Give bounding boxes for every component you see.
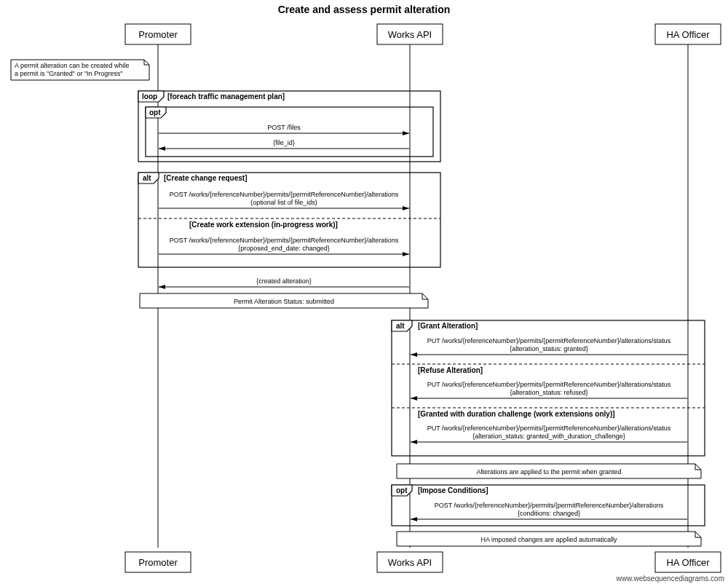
svg-text:{alteration_status: granted}: {alteration_status: granted} xyxy=(510,345,588,352)
svg-text:{created alteration}: {created alteration} xyxy=(256,277,312,285)
svg-text:HA Officer: HA Officer xyxy=(666,29,710,40)
actor-worksapi-top: Works API xyxy=(377,24,443,44)
alt-guard-refuse: [Refuse Alteration] xyxy=(418,366,483,374)
svg-text:POST /works/{referenceNumber}/: POST /works/{referenceNumber}/permits/{p… xyxy=(435,502,664,509)
svg-text:HA Officer: HA Officer xyxy=(666,557,710,568)
svg-text:Permit Alteration Status: subm: Permit Alteration Status: submitted xyxy=(234,298,334,305)
svg-text:Promoter: Promoter xyxy=(138,557,178,568)
svg-rect-11 xyxy=(146,107,433,157)
svg-text:a permit is "Granted" or "In P: a permit is "Granted" or "In Progress" xyxy=(15,70,122,77)
svg-text:PUT /works/{referenceNumber}/p: PUT /works/{referenceNumber}/permits/{pe… xyxy=(427,337,671,344)
note-alterations-applied: Alterations are applied to the permit wh… xyxy=(397,464,701,478)
svg-text:[Create change request]: [Create change request] xyxy=(164,174,247,182)
svg-text:[Impose Conditions]: [Impose Conditions] xyxy=(418,486,488,494)
svg-text:POST /works/{referenceNumber}/: POST /works/{referenceNumber}/permits/{p… xyxy=(170,191,399,198)
alt-guard-challenge: [Granted with duration challenge (work e… xyxy=(418,410,615,418)
svg-text:HA imposed changes are applied: HA imposed changes are applied automatic… xyxy=(480,536,617,543)
actor-promoter-bottom: Promoter xyxy=(125,552,191,572)
msg-post-alterations-cr: POST /works/{referenceNumber}/permits/{p… xyxy=(159,191,409,208)
actor-worksapi-bottom: Works API xyxy=(377,552,443,572)
svg-text:{conditions: changed}: {conditions: changed} xyxy=(518,510,580,517)
msg-created-alteration: {created alteration} xyxy=(159,277,409,287)
svg-text:{proposed_end_date: changed}: {proposed_end_date: changed} xyxy=(238,245,330,252)
msg-file-id: {file_id} xyxy=(159,139,409,149)
actor-haofficer-bottom: HA Officer xyxy=(655,552,721,572)
msg-post-alterations-we: POST /works/{referenceNumber}/permits/{p… xyxy=(159,237,409,254)
svg-text:Works API: Works API xyxy=(388,29,432,40)
svg-text:opt: opt xyxy=(396,486,408,494)
svg-text:loop: loop xyxy=(142,92,157,100)
frame-opt-files: opt xyxy=(146,107,433,157)
svg-text:[Grant Alteration]: [Grant Alteration] xyxy=(418,322,478,330)
svg-text:{alteration_status: refused}: {alteration_status: refused} xyxy=(510,389,587,396)
svg-text:alt: alt xyxy=(396,322,405,330)
svg-text:(optional list of file_ids): (optional list of file_ids) xyxy=(250,199,317,206)
actor-haofficer-top: HA Officer xyxy=(655,24,721,44)
msg-put-status-challenge: PUT /works/{referenceNumber}/permits/{pe… xyxy=(411,425,687,442)
svg-text:POST /works/{referenceNumber}/: POST /works/{referenceNumber}/permits/{p… xyxy=(170,237,399,244)
msg-put-status-refused: PUT /works/{referenceNumber}/permits/{pe… xyxy=(411,381,687,398)
diagram-title: Create and assess permit alteration xyxy=(278,4,451,15)
svg-text:Works API: Works API xyxy=(388,557,432,568)
svg-text:{alteration_status: granted_wi: {alteration_status: granted_with_duratio… xyxy=(472,433,625,440)
note-permit-states: A permit alteration can be created while… xyxy=(11,60,149,80)
actor-promoter-top: Promoter xyxy=(125,24,191,44)
svg-text:PUT /works/{referenceNumber}/p: PUT /works/{referenceNumber}/permits/{pe… xyxy=(427,425,671,432)
msg-post-files: POST /files xyxy=(159,124,409,133)
alt-guard-work-ext: [Create work extension (in-progress work… xyxy=(189,221,338,229)
svg-text:[foreach traffic management pl: [foreach traffic management plan] xyxy=(167,92,285,100)
svg-text:PUT /works/{referenceNumber}/p: PUT /works/{referenceNumber}/permits/{pe… xyxy=(427,381,671,388)
svg-text:A permit alteration can be cre: A permit alteration can be created while xyxy=(15,62,130,69)
svg-text:opt: opt xyxy=(149,108,161,117)
msg-put-status-granted: PUT /works/{referenceNumber}/permits/{pe… xyxy=(411,337,687,355)
svg-text:alt: alt xyxy=(143,174,151,182)
svg-text:Alterations are applied to the: Alterations are applied to the permit wh… xyxy=(476,468,621,476)
sequence-diagram: Create and assess permit alteration Prom… xyxy=(0,0,728,584)
note-ha-applied: HA imposed changes are applied automatic… xyxy=(397,532,701,546)
msg-post-alterations-cond: POST /works/{referenceNumber}/permits/{p… xyxy=(411,502,687,519)
svg-rect-17 xyxy=(138,173,440,267)
note-status-submitted: Permit Alteration Status: submitted xyxy=(140,293,428,308)
svg-text:Promoter: Promoter xyxy=(138,29,178,40)
frame-alt-create: alt [Create change request] xyxy=(138,173,440,267)
svg-text:{file_id}: {file_id} xyxy=(273,139,295,146)
footer-watermark: www.websequencediagrams.com xyxy=(616,575,724,583)
svg-text:POST /files: POST /files xyxy=(267,124,301,131)
